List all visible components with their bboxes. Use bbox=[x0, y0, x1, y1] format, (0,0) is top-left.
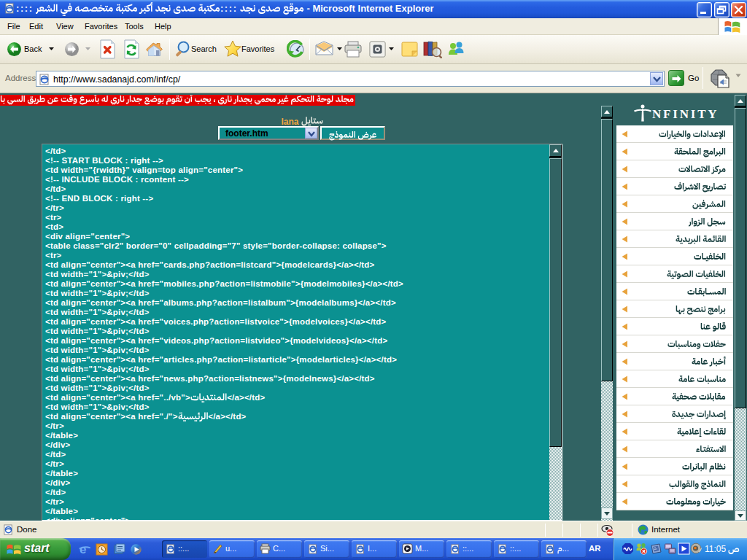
svg-text:e: e bbox=[80, 542, 86, 556]
